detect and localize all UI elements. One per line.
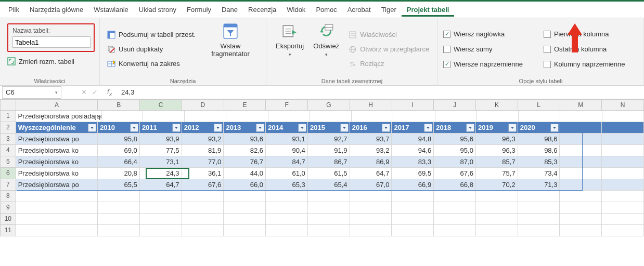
cell[interactable]: 95,6 [434,134,476,145]
summarize-pivot-button[interactable]: Podsumuj w tabeli przest. [105,30,198,40]
cell[interactable]: 73,1 [140,156,182,168]
cell[interactable]: 2019 [476,122,518,134]
menu-view[interactable]: Widok [281,3,311,17]
row-header[interactable]: 8 [0,191,16,202]
cell[interactable] [393,111,435,122]
cell[interactable]: 93,2 [182,134,224,145]
row-header[interactable]: 6 [0,168,16,179]
filter-dropdown-icon[interactable] [214,124,222,132]
cell[interactable] [182,225,224,236]
cell[interactable] [140,214,182,225]
cell[interactable] [602,145,644,156]
cell[interactable]: 87,0 [434,156,476,168]
cell[interactable] [140,225,182,236]
cell[interactable]: 66,9 [392,179,434,191]
cell[interactable]: 69,5 [392,168,434,179]
filter-dropdown-icon[interactable] [424,124,432,132]
cell[interactable] [266,191,308,202]
cell[interactable]: 94,8 [392,134,434,145]
cell[interactable] [16,202,98,214]
select-all-corner[interactable] [0,99,16,111]
cell[interactable] [434,225,476,236]
cell[interactable]: 85,7 [476,156,518,168]
menu-help[interactable]: Pomoc [311,3,342,17]
cell[interactable]: 83,3 [392,156,434,168]
cell[interactable] [518,225,560,236]
cell[interactable] [476,202,518,214]
cell[interactable]: 81,9 [182,145,224,156]
cell[interactable]: 85,3 [518,156,560,168]
cell[interactable] [434,191,476,202]
cell[interactable]: 20,8 [98,168,140,179]
cell[interactable] [560,214,602,225]
cell[interactable] [98,202,140,214]
column-header[interactable]: H [350,99,392,111]
last-column-checkbox[interactable]: Ostatnia kolumna [544,44,625,54]
cell[interactable]: Przedsiębiorstwa ko [16,145,98,156]
row-header[interactable]: 9 [0,202,16,214]
cell[interactable]: 2017 [392,122,434,134]
cell[interactable]: 2020 [518,122,560,134]
formula-input[interactable]: 24,3 [117,88,134,96]
cell[interactable]: Przedsiębiorstwa po [16,134,98,145]
cell[interactable]: 86,7 [308,156,350,168]
cell[interactable] [602,202,644,214]
cell[interactable] [602,225,644,236]
cell[interactable]: 98,6 [518,134,560,145]
cell[interactable]: 93,2 [350,145,392,156]
cell[interactable]: 91,9 [308,145,350,156]
cell[interactable]: 95,0 [434,145,476,156]
cell[interactable] [602,214,644,225]
cell[interactable]: 2018 [434,122,476,134]
cell[interactable] [602,168,644,179]
cell[interactable]: 2016 [350,122,392,134]
total-row-checkbox[interactable]: Wiersz sumy [443,44,523,54]
cell[interactable] [560,111,602,122]
cell[interactable] [268,111,310,122]
cell[interactable]: 64,7 [140,179,182,191]
menu-insert[interactable]: Wstawianie [88,3,133,17]
column-header[interactable]: N [602,99,644,111]
cell[interactable] [476,214,518,225]
cell[interactable] [392,191,434,202]
menu-layout[interactable]: Układ strony [134,3,182,17]
row-header[interactable]: 1 [0,111,16,122]
cell[interactable] [560,156,602,168]
cell[interactable] [350,191,392,202]
column-header[interactable]: A [16,99,98,111]
cell[interactable]: 75,7 [476,168,518,179]
cell[interactable]: 66,0 [224,179,266,191]
cell[interactable] [392,214,434,225]
cell[interactable]: 61,0 [266,168,308,179]
cell[interactable]: 92,7 [308,134,350,145]
column-header[interactable]: D [182,99,224,111]
filter-dropdown-icon[interactable] [172,124,181,132]
refresh-button[interactable]: Odśwież ▾ [308,21,344,77]
cell[interactable]: 65,3 [266,179,308,191]
menu-table-design[interactable]: Projekt tabeli [402,3,455,17]
cell[interactable]: Przedsiębiorstwa ko [16,168,98,179]
menu-formulas[interactable]: Formuły [182,3,216,17]
cell[interactable] [185,111,226,122]
cell[interactable] [560,122,602,134]
cell[interactable]: 36,1 [182,168,224,179]
table-name-input[interactable] [12,36,91,48]
cell[interactable]: 70,2 [476,179,518,191]
banded-columns-checkbox[interactable]: Kolumny naprzemienne [544,59,625,69]
cell[interactable]: 93,6 [224,134,266,145]
export-button[interactable]: Eksportuj ▾ [272,21,308,77]
cell[interactable]: 77,0 [182,156,224,168]
column-header[interactable]: L [518,99,560,111]
column-header[interactable]: E [224,99,266,111]
cell[interactable] [350,225,392,236]
row-header[interactable]: 3 [0,134,16,145]
resize-table-button[interactable]: Zmień rozm. tabeli [5,56,94,66]
cell[interactable] [434,214,476,225]
row-header[interactable]: 11 [0,225,16,236]
cell[interactable] [182,202,224,214]
cell[interactable]: 94,6 [392,145,434,156]
cell[interactable]: 90,4 [266,145,308,156]
header-row-checkbox[interactable]: ✓Wiersz nagłówka [443,29,523,39]
row-header[interactable]: 2 [0,122,16,134]
cell[interactable]: 98,6 [518,145,560,156]
